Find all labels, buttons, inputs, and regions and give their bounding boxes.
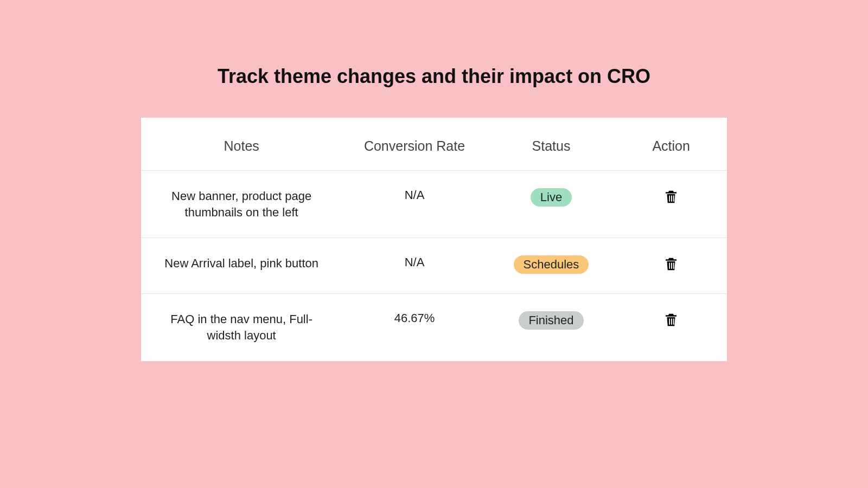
status-badge: Finished [519, 311, 583, 330]
status-cell: Finished [487, 294, 616, 361]
status-badge: Live [531, 188, 572, 207]
table-row: New banner, product page thumbnails on t… [141, 171, 727, 238]
action-cell [615, 171, 727, 238]
delete-button[interactable] [663, 255, 679, 274]
action-cell [615, 294, 727, 361]
conversion-cell: 46.67% [342, 294, 487, 361]
changes-table-card: Notes Conversion Rate Status Action New … [141, 118, 727, 361]
table-row: FAQ in the nav menu, Full-widsth layout … [141, 294, 727, 361]
changes-table: Notes Conversion Rate Status Action New … [141, 118, 727, 361]
table-header-row: Notes Conversion Rate Status Action [141, 118, 727, 171]
status-cell: Live [487, 171, 616, 238]
table-row: New Arrival label, pink button N/A Sched… [141, 238, 727, 294]
delete-button[interactable] [663, 311, 679, 330]
status-cell: Schedules [487, 238, 616, 294]
page-title: Track theme changes and their impact on … [218, 65, 650, 88]
trash-icon [663, 188, 679, 207]
trash-icon [663, 255, 679, 274]
trash-icon [663, 311, 679, 330]
delete-button[interactable] [663, 188, 679, 207]
notes-cell: New banner, product page thumbnails on t… [141, 171, 342, 238]
conversion-cell: N/A [342, 171, 487, 238]
col-header-notes: Notes [141, 118, 342, 171]
col-header-status: Status [487, 118, 616, 171]
col-header-conversion: Conversion Rate [342, 118, 487, 171]
notes-cell: New Arrival label, pink button [141, 238, 342, 294]
notes-cell: FAQ in the nav menu, Full-widsth layout [141, 294, 342, 361]
col-header-action: Action [615, 118, 727, 171]
status-badge: Schedules [514, 255, 589, 274]
action-cell [615, 238, 727, 294]
conversion-cell: N/A [342, 238, 487, 294]
